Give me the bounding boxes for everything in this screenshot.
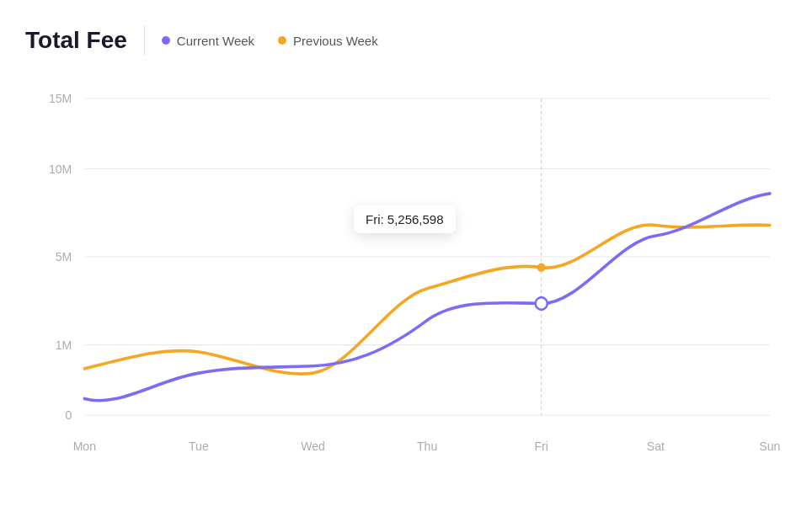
chart-title: Total Fee: [25, 27, 127, 54]
legend-dot-current: [162, 36, 170, 45]
chart-area: 15M 10M 5M 1M 0 Mon Tue Wed Thu Fri Sat …: [25, 81, 787, 468]
x-label-tue: Tue: [189, 439, 209, 453]
legend-dot-previous: [278, 36, 286, 45]
chart-legend: Current Week Previous Week: [162, 34, 378, 48]
y-label-5m: 5M: [56, 250, 72, 264]
legend-previous-week: Previous Week: [278, 34, 378, 48]
chart-container: Total Fee Current Week Previous Week: [0, 0, 812, 522]
legend-current-week: Current Week: [162, 34, 254, 48]
chart-header: Total Fee Current Week Previous Week: [25, 25, 787, 56]
y-label-15m: 15M: [49, 92, 72, 105]
x-label-sun: Sun: [759, 439, 780, 453]
x-label-thu: Thu: [417, 439, 437, 453]
legend-label-current: Current Week: [177, 34, 254, 48]
y-label-0: 0: [65, 408, 72, 422]
y-label-1m: 1M: [56, 338, 72, 352]
legend-label-previous: Previous Week: [293, 34, 378, 48]
tooltip-dot-current: [536, 297, 548, 310]
x-label-mon: Mon: [73, 439, 96, 453]
x-label-wed: Wed: [301, 439, 325, 453]
chart-svg: 15M 10M 5M 1M 0 Mon Tue Wed Thu Fri Sat …: [25, 81, 787, 468]
y-label-10m: 10M: [49, 162, 72, 176]
header-divider: [144, 25, 145, 56]
tooltip-dot-previous: [537, 263, 546, 271]
x-label-sat: Sat: [647, 439, 665, 453]
x-label-fri: Fri: [535, 439, 548, 453]
line-previous-week: [84, 225, 770, 374]
line-current-week: [84, 194, 770, 401]
